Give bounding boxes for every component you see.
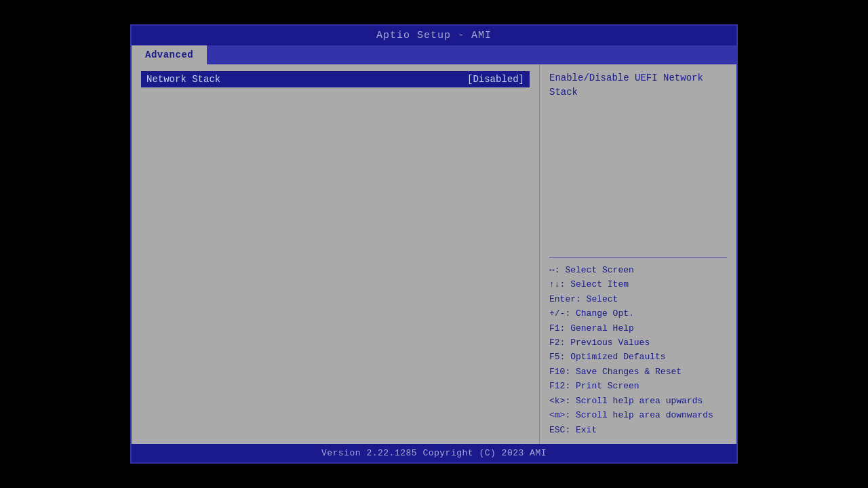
footer-bar: Version 2.22.1285 Copyright (C) 2023 AMI [132,444,736,462]
key-f2-prev: F2: Previous Values [549,336,727,350]
key-select-item: ↑↓: Select Item [549,277,727,291]
footer-text: Version 2.22.1285 Copyright (C) 2023 AMI [321,448,547,458]
key-f1-help: F1: General Help [549,321,727,336]
key-m-scroll-down: <m>: Scroll help area downwards [549,408,727,422]
key-help: ↔: Select Screen ↑↓: Select Item Enter: … [549,263,727,437]
title-bar: Aptio Setup - AMI [132,26,736,45]
setting-value-network-stack: [Disabled] [467,74,524,85]
help-text: Enable/Disable UEFI Network Stack [549,71,727,258]
key-k-scroll-up: <k>: Scroll help area upwards [549,394,727,408]
key-f12-print: F12: Print Screen [549,379,727,393]
app-title: Aptio Setup - AMI [376,30,492,41]
key-enter-select: Enter: Select [549,292,727,306]
key-change-opt: +/-: Change Opt. [549,306,727,321]
setting-label-network-stack: Network Stack [146,74,467,85]
key-esc-exit: ESC: Exit [549,423,727,437]
bios-window: Aptio Setup - AMI Advanced Network Stack… [130,24,738,464]
main-content: Network Stack [Disabled] Enable/Disable … [132,64,736,444]
left-panel: Network Stack [Disabled] [132,64,540,444]
key-f5-defaults: F5: Optimized Defaults [549,350,727,364]
key-f10-save: F10: Save Changes & Reset [549,365,727,379]
key-select-screen: ↔: Select Screen [549,263,727,277]
tab-advanced[interactable]: Advanced [132,45,207,64]
nav-bar: Advanced [132,45,736,64]
right-panel: Enable/Disable UEFI Network Stack ↔: Sel… [540,64,736,444]
setting-network-stack[interactable]: Network Stack [Disabled] [141,71,530,87]
